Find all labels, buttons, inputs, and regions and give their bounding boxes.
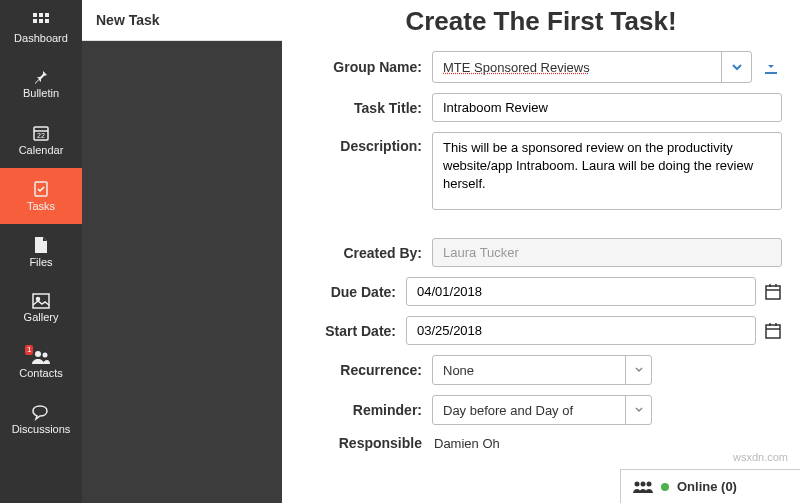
svg-point-11: [37, 298, 40, 301]
svg-point-24: [647, 481, 652, 486]
calendar-picker-icon[interactable]: [764, 322, 782, 340]
svg-rect-5: [45, 19, 49, 23]
svg-point-12: [35, 351, 41, 357]
svg-point-22: [635, 481, 640, 486]
panel-title: New Task: [82, 0, 282, 41]
sidebar-item-label: Bulletin: [23, 87, 59, 99]
download-icon[interactable]: [760, 56, 782, 78]
label-start: Start Date:: [300, 323, 406, 339]
group-select-value: MTE Sponsored Reviews: [443, 60, 590, 75]
label-created: Created By:: [300, 245, 432, 261]
page-title: Create The First Task!: [300, 6, 782, 37]
chevron-down-icon[interactable]: [721, 52, 751, 82]
label-due: Due Date:: [300, 284, 406, 300]
svg-rect-14: [766, 286, 780, 299]
main-content: Create The First Task! Group Name: MTE S…: [282, 0, 800, 503]
label-remind: Reminder:: [300, 402, 432, 418]
label-desc: Description:: [300, 132, 432, 154]
sidebar-item-tasks[interactable]: Tasks: [0, 168, 82, 224]
created-by-field: [432, 238, 782, 267]
watermark: wsxdn.com: [733, 451, 788, 463]
sidebar-item-label: Gallery: [24, 311, 59, 323]
recurrence-select[interactable]: None: [432, 355, 652, 385]
svg-point-13: [43, 353, 48, 358]
description-textarea[interactable]: This will be a sponsored review on the p…: [432, 132, 782, 210]
reminder-value: Day before and Day of: [433, 396, 625, 424]
online-label: Online (0): [677, 479, 737, 494]
svg-rect-0: [33, 13, 37, 17]
responsible-person: Damien Oh: [432, 436, 500, 451]
group-select[interactable]: MTE Sponsored Reviews: [432, 51, 752, 83]
users-icon: 1: [31, 349, 51, 365]
recurrence-value: None: [433, 356, 625, 384]
sidebar-item-calendar[interactable]: 22 Calendar: [0, 112, 82, 168]
chat-icon: [32, 405, 50, 421]
users-icon: [631, 480, 653, 494]
label-task: Task Title:: [300, 100, 432, 116]
label-group: Group Name:: [300, 59, 432, 75]
start-date-input[interactable]: [406, 316, 756, 345]
sidebar-item-label: Calendar: [19, 144, 64, 156]
svg-rect-3: [33, 19, 37, 23]
sidebar-item-label: Files: [29, 256, 52, 268]
clipboard-check-icon: [32, 180, 50, 198]
reminder-select[interactable]: Day before and Day of: [432, 395, 652, 425]
svg-rect-1: [39, 13, 43, 17]
svg-text:22: 22: [37, 132, 45, 139]
grid-icon: [32, 12, 50, 30]
image-icon: [32, 293, 50, 309]
sidebar-item-discussions[interactable]: Discussions: [0, 392, 82, 448]
online-status-bar[interactable]: Online (0): [620, 469, 800, 503]
label-resp: Responsible: [300, 435, 432, 451]
sidebar-item-dashboard[interactable]: Dashboard: [0, 0, 82, 56]
chevron-down-icon[interactable]: [625, 356, 651, 384]
chevron-down-icon[interactable]: [625, 396, 651, 424]
sidebar-item-label: Discussions: [12, 423, 71, 435]
svg-rect-10: [33, 294, 49, 308]
sidebar-item-label: Contacts: [19, 367, 62, 379]
sidebar-item-files[interactable]: Files: [0, 224, 82, 280]
sidebar: Dashboard Bulletin 22 Calendar Tasks Fil…: [0, 0, 82, 503]
svg-rect-4: [39, 19, 43, 23]
sidebar-item-gallery[interactable]: Gallery: [0, 280, 82, 336]
due-date-input[interactable]: [406, 277, 756, 306]
sidebar-item-label: Dashboard: [14, 32, 68, 44]
calendar-icon: 22: [32, 124, 50, 142]
svg-rect-18: [766, 325, 780, 338]
secondary-panel: New Task: [82, 0, 282, 503]
svg-point-23: [641, 481, 646, 486]
sidebar-item-label: Tasks: [27, 200, 55, 212]
label-recur: Recurrence:: [300, 362, 432, 378]
task-title-input[interactable]: [432, 93, 782, 122]
status-dot-icon: [661, 483, 669, 491]
sidebar-item-bulletin[interactable]: Bulletin: [0, 56, 82, 112]
calendar-picker-icon[interactable]: [764, 283, 782, 301]
sidebar-item-contacts[interactable]: 1 Contacts: [0, 336, 82, 392]
svg-rect-2: [45, 13, 49, 17]
notification-badge: 1: [25, 345, 33, 355]
pin-icon: [33, 69, 49, 85]
file-icon: [33, 236, 49, 254]
